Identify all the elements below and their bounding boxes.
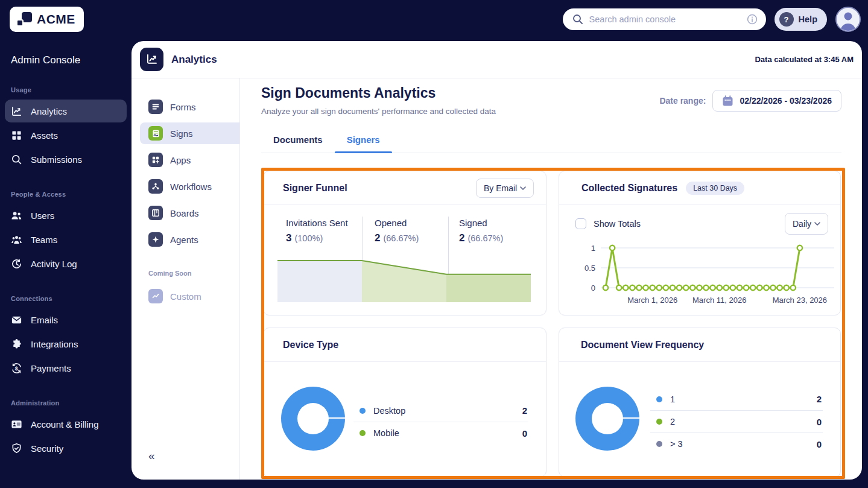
funnel-mode-dropdown[interactable]: By Email (476, 179, 534, 198)
sidebar-item-integrations[interactable]: Integrations (5, 332, 127, 355)
data-calculated-status: Data calculated at 3:45 AM (755, 55, 854, 64)
view-frequency-donut-chart (575, 387, 639, 451)
sidebar-item-teams[interactable]: Teams (5, 228, 127, 251)
product-nav: Forms Signs Apps Workflows Boards Agents (131, 78, 240, 480)
legend-dot (656, 419, 662, 425)
nav-item-label: Agents (170, 235, 198, 245)
security-icon (11, 443, 22, 454)
activity-log-icon (11, 258, 22, 270)
signer-funnel-card: Signer Funnel By Email Invitations Sent … (263, 171, 546, 315)
nav-item-signs[interactable]: Signs (140, 122, 239, 144)
sidebar-item-account-billing[interactable]: Account & Billing (5, 413, 127, 436)
funnel-stage: Invitations Sent 3(100%) (286, 218, 348, 244)
sidebar-item-label: Account & Billing (31, 419, 99, 429)
date-range-label: Date range: (659, 96, 706, 106)
users-icon (11, 210, 22, 221)
sidebar-item-submissions[interactable]: Submissions (5, 148, 127, 171)
custom-icon (148, 289, 163, 303)
nav-item-label: Forms (170, 102, 196, 112)
nav-item-workflows[interactable]: Workflows (140, 176, 239, 197)
panel-title: Analytics (171, 54, 217, 66)
main-panel: Analytics Data calculated at 3:45 AM For… (131, 41, 862, 480)
sidebar-item-label: Emails (31, 315, 58, 325)
period-badge: Last 30 Days (686, 182, 744, 195)
sidebar-item-label: Integrations (31, 339, 78, 349)
chevron-down-icon (520, 186, 526, 190)
acme-logo-icon (16, 11, 32, 27)
content-area: Sign Documents Analytics Analyze your al… (240, 78, 862, 480)
funnel-stage: Opened 2(66.67%) (375, 218, 419, 244)
nav-item-boards[interactable]: Boards (140, 202, 239, 224)
signatures-line-chart: 10.50March 1, 2026March 11, 2026March 23… (559, 232, 841, 311)
chevron-down-icon (814, 222, 820, 226)
show-totals-label: Show Totals (594, 219, 641, 229)
sidebar-item-emails[interactable]: Emails (5, 308, 127, 331)
nav-item-apps[interactable]: Apps (140, 149, 239, 171)
section-label-people-access: People & Access (11, 191, 131, 198)
info-icon[interactable] (747, 14, 758, 25)
help-button[interactable]: ? Help (775, 8, 827, 31)
person-icon (837, 8, 860, 31)
sidebar: Admin Console Usage Analytics Assets Sub… (0, 39, 131, 488)
agents-icon (148, 232, 163, 247)
legend-row: > 3 0 (650, 433, 823, 455)
sidebar-item-security[interactable]: Security (5, 437, 127, 460)
sidebar-title: Admin Console (11, 54, 131, 66)
device-type-donut-chart (281, 387, 345, 451)
sidebar-item-label: Analytics (31, 106, 67, 116)
panel-header: Analytics Data calculated at 3:45 AM (131, 41, 862, 78)
card-title: Signer Funnel (283, 183, 347, 194)
sidebar-item-analytics[interactable]: Analytics (5, 100, 127, 122)
apps-icon (148, 153, 163, 167)
svg-text:0.5: 0.5 (584, 264, 595, 273)
brand-name: ACME (37, 12, 75, 27)
nav-item-forms[interactable]: Forms (140, 96, 239, 118)
tab-documents[interactable]: Documents (261, 129, 335, 153)
nav-item-custom: Custom (140, 285, 239, 307)
sidebar-item-label: Activity Log (31, 259, 77, 269)
show-totals-control[interactable]: Show Totals (575, 218, 641, 229)
acme-logo[interactable]: ACME (10, 7, 84, 32)
card-title: Device Type (283, 340, 338, 350)
forms-icon (148, 100, 163, 114)
document-view-frequency-card: Document View Frequency 1 2 2 0 (559, 328, 841, 477)
nav-item-agents[interactable]: Agents (140, 229, 239, 250)
emails-icon (11, 314, 22, 326)
search-icon (572, 14, 583, 25)
svg-text:$: $ (15, 364, 19, 371)
coming-soon-label: Coming Soon (148, 270, 239, 277)
sidebar-item-users[interactable]: Users (5, 204, 127, 227)
funnel-stage: Signed 2(66.67%) (459, 218, 503, 244)
teams-icon (11, 234, 22, 246)
svg-text:March 23, 2026: March 23, 2026 (773, 296, 827, 305)
section-label-connections: Connections (11, 295, 131, 302)
analytics-icon (11, 106, 22, 117)
funnel-chart (277, 260, 531, 302)
collected-signatures-card: Collected Signatures Last 30 Days Show T… (559, 171, 841, 315)
legend-row: 2 0 (650, 410, 823, 433)
tab-signers[interactable]: Signers (335, 129, 392, 153)
sidebar-item-label: Users (31, 211, 54, 221)
sidebar-item-activity-log[interactable]: Activity Log (5, 252, 127, 275)
legend-dot (360, 430, 366, 436)
view-frequency-legend: 1 2 2 0 > 3 0 (650, 388, 823, 455)
payments-icon: $ (11, 363, 22, 374)
show-totals-checkbox[interactable] (575, 218, 586, 229)
nav-item-label: Workflows (170, 182, 212, 192)
collapse-nav-button[interactable]: « (148, 449, 155, 463)
device-type-legend: Desktop 2 Mobile 0 (353, 399, 528, 444)
date-range-value: 02/22/2026 - 03/23/2026 (740, 96, 832, 106)
account-billing-icon (11, 419, 22, 430)
svg-text:0: 0 (591, 284, 595, 293)
assets-icon (11, 130, 22, 141)
sidebar-item-label: Security (31, 443, 63, 454)
avatar[interactable] (835, 7, 861, 32)
admin-search[interactable] (563, 8, 766, 30)
nav-item-label: Boards (170, 208, 199, 218)
section-label-administration: Administration (11, 399, 131, 407)
analytics-app-icon (140, 48, 163, 71)
date-range-picker[interactable]: 02/22/2026 - 03/23/2026 (712, 90, 841, 112)
search-input[interactable] (589, 14, 741, 24)
sidebar-item-assets[interactable]: Assets (5, 124, 127, 147)
sidebar-item-payments[interactable]: $ Payments (5, 356, 127, 379)
